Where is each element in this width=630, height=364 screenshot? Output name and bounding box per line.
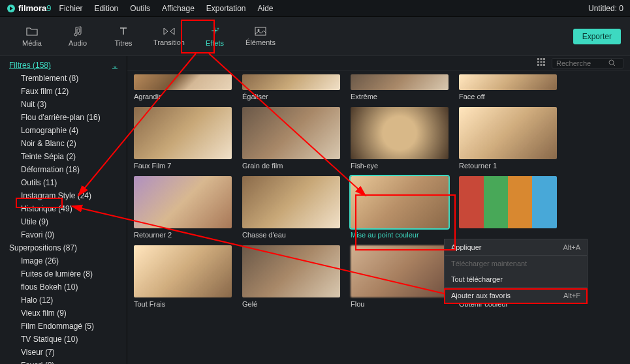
sidebar-item-halo[interactable]: Halo (12) [0, 294, 127, 307]
app-version: 9 [46, 3, 51, 13]
sparkle-icon [210, 26, 220, 37]
sidebar-item-tremblement[interactable]: Tremblement (8) [0, 72, 127, 85]
search-input[interactable] [556, 59, 608, 67]
context-menu: Appliquer Alt+A Télécharger maintenant T… [444, 239, 588, 304]
sidebar-item-endommage[interactable]: Film Endommagé (5) [0, 320, 127, 333]
document-title: Untitled: 0 [588, 4, 623, 13]
tab-effects-label: Effets [206, 39, 224, 47]
music-icon [72, 26, 83, 37]
menu-file[interactable]: Fichier [59, 4, 83, 13]
sidebar-item-nb[interactable]: Noir & Blanc (2) [0, 137, 127, 150]
tab-audio-label: Audio [69, 39, 87, 47]
grid-view-icon[interactable] [537, 58, 545, 68]
sidebar-item-viseur[interactable]: Viseur (7) [0, 346, 127, 359]
menu-view[interactable]: Affichage [162, 4, 195, 13]
effect-label: Fish-eye [351, 162, 449, 170]
sidebar-item-bokeh[interactable]: flous Bokeh (10) [0, 281, 127, 294]
svg-rect-7 [541, 61, 543, 63]
effect-label: Retourner 1 [459, 162, 557, 170]
svg-rect-11 [543, 64, 545, 66]
export-button[interactable]: Exporter [573, 29, 621, 44]
sidebar-item-fauxfilm[interactable]: Faux film (12) [0, 85, 127, 98]
menu-help[interactable]: Aide [258, 4, 274, 13]
effect-label: Faux Film 7 [134, 162, 232, 170]
menu-export[interactable]: Exportation [206, 4, 246, 13]
tab-media[interactable]: Média [9, 20, 55, 53]
sidebar-item-lomo[interactable]: Lomographie (4) [0, 124, 127, 137]
tab-transition[interactable]: Transition [146, 20, 192, 53]
app-name: filmora [18, 3, 46, 13]
effect-label: Flou [351, 300, 449, 308]
main-header [127, 56, 630, 70]
tab-titles[interactable]: Titres [101, 20, 146, 53]
effect-faceoff[interactable]: Face off [459, 74, 557, 100]
tab-transition-label: Transition [153, 38, 185, 46]
sidebar-header-filters[interactable]: Filtres (158) ⌄ [0, 59, 127, 72]
search-box[interactable] [552, 58, 623, 68]
sidebar-item-tvstatique[interactable]: TV Statique (10) [0, 333, 127, 346]
effect-fisheye[interactable]: Fish-eye [351, 107, 449, 170]
svg-rect-4 [541, 58, 543, 60]
effect-label: Agrandir [134, 93, 232, 100]
effect-gele[interactable]: Gelé [242, 245, 340, 308]
image-icon [255, 27, 266, 36]
svg-rect-8 [543, 61, 545, 63]
menu-items: Fichier Edition Outils Affichage Exporta… [59, 4, 274, 13]
tab-elements[interactable]: Éléments [238, 20, 283, 53]
effect-egaliser[interactable]: Égaliser [242, 74, 340, 100]
effect-label: Grain de film [242, 162, 340, 170]
sidebar-item-nuit[interactable]: Nuit (3) [0, 98, 127, 111]
effect-label: Mise au point couleur [351, 231, 449, 239]
effect-fauxfilm7[interactable]: Faux Film 7 [134, 107, 232, 170]
folder-icon [26, 26, 38, 37]
ctx-download: Télécharger maintenant [445, 256, 587, 271]
sidebar-item-deform[interactable]: Déformation (18) [0, 163, 127, 176]
sidebar-header-superpositions[interactable]: Superpositions (87) [0, 241, 127, 254]
effect-label: Gelé [242, 300, 340, 308]
effect-flou[interactable]: Flou [351, 245, 449, 308]
search-icon [608, 59, 616, 67]
ctx-apply[interactable]: Appliquer Alt+A [445, 239, 587, 255]
svg-rect-10 [541, 64, 543, 66]
svg-point-2 [258, 29, 260, 31]
main-panel: Agrandir Égaliser Extrême Face off Faux … [127, 56, 630, 364]
effect-chassedeau[interactable]: Chasse d'eau [242, 176, 340, 239]
sidebar-item-favori[interactable]: Favori (0) [0, 228, 127, 241]
effect-extreme[interactable]: Extrême [351, 74, 449, 100]
ctx-download-all[interactable]: Tout télécharger [445, 271, 587, 287]
sidebar-item-flou[interactable]: Flou d'arrière-plan (16) [0, 111, 127, 124]
sidebar-item-image[interactable]: Image (26) [0, 254, 127, 267]
sidebar-item-favori2[interactable]: Favori (0) [0, 359, 127, 364]
menu-tools[interactable]: Outils [130, 4, 150, 13]
effect-label: Égaliser [242, 93, 340, 100]
sidebar-item-outils[interactable]: Outils (11) [0, 176, 127, 189]
tab-effects[interactable]: Effets [192, 20, 238, 53]
svg-rect-9 [537, 64, 539, 66]
effect-retourner1[interactable]: Retourner 1 [459, 107, 557, 170]
svg-point-12 [609, 60, 614, 65]
effect-graindefilm[interactable]: Grain de film [242, 107, 340, 170]
effect-toutfrais[interactable]: Tout Frais [134, 245, 232, 308]
tab-audio[interactable]: Audio [55, 20, 101, 53]
tab-elements-label: Éléments [245, 38, 276, 46]
chevron-down-icon: ⌄ [112, 62, 118, 69]
sidebar-item-sepia[interactable]: Teinte Sépia (2) [0, 150, 127, 163]
effect-agrandir[interactable]: Agrandir [134, 74, 232, 100]
effect-retourner2[interactable]: Retourner 2 [134, 176, 232, 239]
sidebar: Filtres (158) ⌄ Tremblement (8) Faux fil… [0, 56, 127, 364]
svg-rect-3 [537, 58, 539, 60]
sidebar-item-vieuxfilm[interactable]: Vieux film (9) [0, 307, 127, 320]
sidebar-item-instagram[interactable]: Instagram Style (24) [0, 189, 127, 202]
ctx-download-all-label: Tout télécharger [451, 275, 503, 283]
menu-edit[interactable]: Edition [95, 4, 119, 13]
effect-miseaupoint[interactable]: Mise au point couleur [351, 176, 449, 239]
app-logo: filmora9 [7, 3, 52, 13]
svg-rect-5 [543, 58, 545, 60]
sidebar-item-utile[interactable]: Utile (9) [0, 215, 127, 228]
sidebar-item-fuites[interactable]: Fuites de lumière (8) [0, 267, 127, 281]
ctx-add-favorite[interactable]: Ajouter aux favoris Alt+F [445, 288, 587, 303]
sidebar-item-historique[interactable]: Historique (49) [0, 202, 127, 215]
effect-colorbars[interactable] [459, 176, 557, 239]
ctx-apply-shortcut: Alt+A [563, 243, 580, 251]
svg-rect-6 [537, 61, 539, 63]
